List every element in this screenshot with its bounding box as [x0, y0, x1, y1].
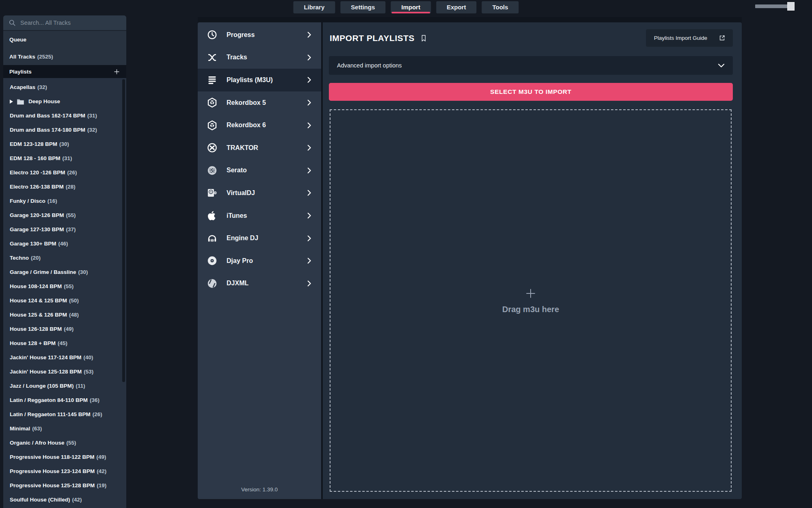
- tab-library[interactable]: Library: [293, 1, 335, 13]
- playlist-item[interactable]: Progressive House 125-128 BPM(19): [3, 478, 126, 493]
- dropzone-label: Drag m3u here: [502, 305, 559, 314]
- advanced-import-options-toggle[interactable]: Advanced import options: [329, 56, 733, 75]
- chevron-right-icon: [305, 189, 313, 197]
- chevron-right-icon: [305, 212, 313, 219]
- zoom-slider-handle[interactable]: [787, 2, 795, 11]
- playlist-folder-deep-house[interactable]: Deep House: [3, 94, 126, 109]
- import-sources-panel: Progress Tracks Playlists (M3U) Rekordbo…: [198, 22, 321, 499]
- playlist-item[interactable]: House 128 + BPM(45): [3, 336, 126, 350]
- chevron-right-icon: [305, 76, 313, 84]
- tab-settings[interactable]: Settings: [340, 1, 385, 13]
- playlist-item[interactable]: EDM 128 - 160 BPM(31): [3, 151, 126, 165]
- plus-icon: [524, 287, 537, 300]
- playlist-item[interactable]: Drum and Bass 162-174 BPM(31): [3, 109, 126, 123]
- sidebar: Queue All Tracks (2525) Playlists Acapel…: [3, 15, 126, 508]
- tab-tools[interactable]: Tools: [482, 1, 519, 13]
- playlists-section-header: Playlists: [3, 65, 126, 78]
- playlist-item[interactable]: Progressive House 123-124 BPM(42): [3, 464, 126, 478]
- chevron-down-icon: [717, 61, 726, 70]
- source-item-engine-dj[interactable]: Engine DJ: [198, 227, 321, 250]
- add-playlist-button[interactable]: [112, 67, 121, 76]
- playlist-item[interactable]: Drum and Bass 174-180 BPM(32): [3, 123, 126, 137]
- chevron-right-icon: [305, 144, 313, 152]
- page-title: IMPORT PLAYLISTS: [330, 29, 428, 47]
- tab-export[interactable]: Export: [436, 1, 477, 13]
- caret-right-icon[interactable]: [10, 100, 13, 104]
- chevron-right-icon: [305, 257, 313, 265]
- bookmark-icon[interactable]: [420, 33, 428, 43]
- search-bar: [3, 15, 126, 31]
- search-icon: [8, 19, 16, 27]
- select-m3u-button[interactable]: SELECT M3U TO IMPORT: [329, 83, 733, 101]
- headphones-icon: [207, 233, 218, 244]
- chevron-right-icon: [305, 99, 313, 106]
- app-window: Library Settings Import Export Tools Que…: [0, 0, 812, 508]
- playlist-item[interactable]: Electro 120 -126 BPM(26): [3, 165, 126, 180]
- playlist-item[interactable]: Jazz / Lounge (105 BPM)(11): [3, 379, 126, 393]
- playlist-item[interactable]: Latin / Reggaeton 84-110 BPM(36): [3, 393, 126, 407]
- zoom-slider[interactable]: [755, 4, 794, 8]
- m3u-dropzone[interactable]: Drag m3u here: [330, 109, 732, 492]
- playlist-item[interactable]: House 125 & 126 BPM(48): [3, 308, 126, 322]
- playlist-item[interactable]: Jackin' House 125-128 BPM(53): [3, 365, 126, 379]
- playlists-list: Acapellas(32) Deep House Drum and Bass 1…: [3, 78, 126, 508]
- source-item-rekordbox-5[interactable]: Rekordbox 5: [198, 91, 321, 114]
- source-item-progress[interactable]: Progress: [198, 24, 321, 46]
- clock-icon: [207, 29, 218, 40]
- top-navigation-bar: Library Settings Import Export Tools: [0, 0, 812, 17]
- source-item-rekordbox-6[interactable]: Rekordbox 6: [198, 114, 321, 137]
- sidebar-item-queue[interactable]: Queue: [3, 31, 126, 48]
- playlists-import-guide-button[interactable]: Playlists Import Guide: [646, 29, 733, 47]
- chevron-right-icon: [305, 122, 313, 129]
- virtualdj-icon: [207, 187, 218, 198]
- playlist-item[interactable]: Garage 120-126 BPM(55): [3, 208, 126, 222]
- playlist-item[interactable]: House 124 & 125 BPM(50): [3, 293, 126, 308]
- chevron-right-icon: [305, 54, 313, 61]
- source-item-tracks[interactable]: Tracks: [198, 46, 321, 69]
- playlist-item[interactable]: Progressive House 118-122 BPM(49): [3, 450, 126, 464]
- all-tracks-label: All Tracks: [9, 54, 35, 60]
- playlist-item[interactable]: Techno(20): [3, 251, 126, 265]
- external-link-icon: [719, 35, 726, 41]
- playlist-item[interactable]: Garage 127-130 BPM(37): [3, 222, 126, 237]
- active-tab-indicator: [391, 12, 430, 13]
- source-item-traktor[interactable]: TRAKTOR: [198, 137, 321, 159]
- playlist-item[interactable]: Minimal(63): [3, 421, 126, 436]
- playlist-item[interactable]: Garage 130+ BPM(46): [3, 237, 126, 251]
- playlist-item[interactable]: Garage / Grime / Bassline(30): [3, 265, 126, 279]
- source-item-serato[interactable]: Serato: [198, 159, 321, 182]
- playlist-item[interactable]: Latin / Reggaeton 111-145 BPM(26): [3, 407, 126, 421]
- all-tracks-count: (2525): [37, 54, 53, 60]
- playlist-item[interactable]: Soulful House (Chilled)(42): [3, 493, 126, 507]
- vinyl-icon: [207, 255, 218, 266]
- playlist-item[interactable]: Funky / Disco(16): [3, 194, 126, 208]
- source-item-itunes[interactable]: iTunes: [198, 204, 321, 227]
- playlist-item[interactable]: EDM 123-128 BPM(30): [3, 137, 126, 151]
- source-item-djay-pro[interactable]: Djay Pro: [198, 250, 321, 272]
- chevron-right-icon: [305, 167, 313, 174]
- playlist-item[interactable]: Electro 126-138 BPM(28): [3, 180, 126, 194]
- import-playlists-panel: IMPORT PLAYLISTS Playlists Import Guide …: [323, 22, 742, 499]
- chevron-right-icon: [305, 31, 313, 39]
- tab-import[interactable]: Import: [391, 1, 431, 13]
- search-input[interactable]: [20, 20, 121, 26]
- queue-label: Queue: [9, 37, 26, 43]
- app-version: Version: 1.39.0: [198, 486, 321, 493]
- lexicon-logo-icon: [207, 52, 218, 63]
- playlist-item[interactable]: House 126-128 BPM(49): [3, 322, 126, 336]
- sidebar-scrollbar[interactable]: [122, 79, 125, 382]
- sidebar-item-all-tracks[interactable]: All Tracks (2525): [3, 48, 126, 65]
- source-item-virtualdj[interactable]: VirtualDJ: [198, 182, 321, 204]
- rekordbox-icon: [207, 120, 218, 131]
- chevron-right-icon: [305, 234, 313, 242]
- playlist-item[interactable]: Acapellas(32): [3, 80, 126, 94]
- playlist-item[interactable]: Jackin' House 117-124 BPM(40): [3, 350, 126, 365]
- source-item-djxml[interactable]: DJXML: [198, 272, 321, 295]
- source-item-playlists-m3u[interactable]: Playlists (M3U): [198, 69, 321, 91]
- traktor-icon: [207, 142, 218, 153]
- playlist-item[interactable]: House 108-124 BPM(55): [3, 279, 126, 293]
- list-icon: [207, 74, 218, 85]
- playlist-item[interactable]: Organic / Afro House(55): [3, 436, 126, 450]
- chevron-right-icon: [305, 280, 313, 287]
- serato-icon: [207, 165, 218, 176]
